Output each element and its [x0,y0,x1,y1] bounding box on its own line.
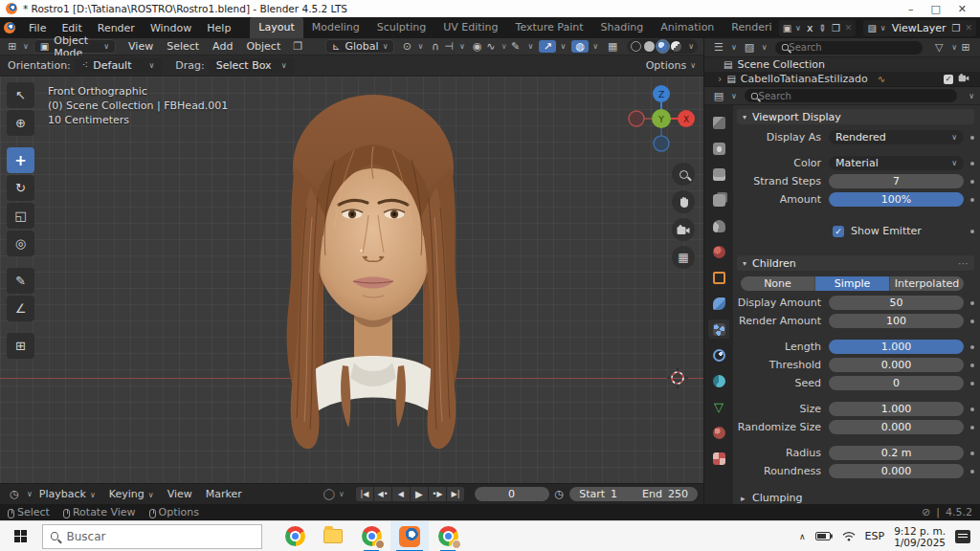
head-model[interactable] [266,91,480,483]
animate-dot[interactable] [970,198,974,202]
hidden-icons-chevron[interactable]: ∧ [799,532,806,541]
select-box-tool[interactable]: ↖ [7,82,34,108]
animate-dot[interactable] [970,426,974,430]
scale-tool[interactable]: ◱ [7,203,34,229]
outliner-row-hair-object[interactable]: › ▤ CabelloTatianaEstilizado ∿ ✓ [704,72,980,86]
workspace-tab-animation[interactable]: Animation [652,17,723,38]
render-amount-field[interactable]: 100 [829,314,964,328]
tab-world[interactable] [708,242,729,261]
viewlayer-name[interactable]: ViewLayer [892,22,947,34]
copy-viewlayer-icon[interactable]: ❐ [951,23,960,33]
frame-range-fields[interactable]: Start 1 End 250 [569,487,698,501]
children-section-header[interactable]: ▾ Children ⋯ [737,255,974,271]
checkbox-icon[interactable]: ✓ [944,75,953,84]
scene-selector[interactable]: ▣∨ x ✎ ❐ ✕ [779,20,857,36]
properties-options-icon[interactable]: ∨ [969,92,974,100]
navigation-gizmo[interactable]: Z X Y [625,82,698,155]
taskbar-chrome-3[interactable] [429,521,467,551]
tab-render[interactable] [708,139,729,158]
play-reverse-button[interactable]: ◀ [392,487,410,501]
snap-magnet-icon[interactable]: ∩ [429,40,442,53]
properties-search-input[interactable] [759,91,952,101]
maximize-button[interactable]: □ [930,3,940,15]
next-keyframe-button[interactable]: •▶ [429,487,446,501]
animate-dot[interactable] [970,180,974,184]
minimize-button[interactable]: – [908,3,914,15]
seed-field[interactable]: 0 [829,376,964,390]
color-dropdown[interactable]: Material∨ [829,156,964,170]
network-offline-icon[interactable]: ⊘ [922,506,930,518]
copy-scene-icon[interactable]: ❐ [832,23,840,33]
timeline-menu-playback[interactable]: Playback∨ [33,486,102,502]
zoom-button[interactable] [672,163,695,186]
transform-orientation-dropdown[interactable]: ⊾ Global ∨ [325,39,394,54]
options-dropdown[interactable]: Options ∨ [646,59,696,72]
menu-view[interactable]: View [122,38,160,55]
outliner-search[interactable] [775,41,923,55]
animate-dot[interactable] [970,301,974,305]
workspace-tab-uvediting[interactable]: UV Editing [434,17,506,38]
viewport-3d[interactable]: Front Orthographic (0) Scene Collection … [0,77,703,483]
outliner-filter-icon[interactable]: ▽ [930,41,947,54]
scene-name[interactable]: x [807,22,813,34]
outliner-search-input[interactable] [789,42,917,53]
camera-view-button[interactable] [672,218,695,241]
notification-center-icon[interactable] [955,530,970,543]
cursor-tool[interactable]: ⊕ [7,110,34,136]
wifi-icon[interactable] [842,531,856,541]
workspace-tab-layout[interactable]: Layout [250,17,302,38]
tab-object[interactable] [708,268,729,287]
menu-window[interactable]: Window [143,19,199,37]
blender-menu-icon[interactable] [4,22,15,33]
render-visibility-camera-icon[interactable] [958,74,969,84]
taskbar-file-explorer[interactable] [314,521,352,551]
outliner-row-scene-collection[interactable]: ▤ Scene Collection [704,57,980,72]
children-mode-interpolated[interactable]: Interpolated [890,276,964,291]
editor-type-button[interactable]: ⊞ [6,40,19,53]
tab-particles[interactable] [708,320,729,339]
pin-icon[interactable]: ✎ [816,21,830,34]
drag-mode-dropdown[interactable]: Select Box ∨ [209,58,295,74]
menu-select[interactable]: Select [160,38,206,55]
menu-add[interactable]: Add [206,38,239,55]
menu-file[interactable]: File [21,19,54,37]
rotate-tool[interactable]: ↻ [7,175,34,201]
add-cube-tool[interactable]: ⊞ [7,333,34,359]
section-options-icon[interactable]: ⋯ [958,257,969,270]
timeline-menu-keying[interactable]: Keying∨ [102,486,161,502]
animate-dot[interactable] [970,470,974,474]
length-slider[interactable]: 1.000 [829,340,964,354]
radius-field[interactable]: 0.2 m [829,446,964,460]
orientation-default-dropdown[interactable]: ⁖ Default ∨ [75,58,163,74]
shading-material-icon[interactable] [657,41,668,52]
taskbar-search[interactable] [42,524,262,549]
measure-tool[interactable]: ∠ [7,296,34,321]
adjust-last-operation-icon[interactable]: ❐ [291,40,304,53]
animate-dot[interactable] [970,364,974,367]
tab-constraints[interactable] [708,371,729,390]
randomize-size-field[interactable]: 0.000 [829,420,964,434]
tab-tool[interactable] [708,113,729,132]
start-value[interactable]: 1 [611,488,617,500]
stopwatch-icon[interactable]: ◷ [555,488,565,500]
snap-target-icon[interactable]: ⊣ [442,40,456,53]
children-mode-simple[interactable]: Simple [815,276,890,291]
pan-hand-button[interactable] [672,190,695,213]
size-field[interactable]: 1.000 [829,402,964,416]
menu-object[interactable]: Object [239,38,287,55]
taskbar-blender[interactable] [390,521,429,551]
animate-dot[interactable] [970,230,974,233]
taskbar-chrome-1[interactable] [276,521,314,551]
shading-solid-icon[interactable] [644,41,655,52]
gizmos-toggle-icon[interactable]: ↗ [539,40,556,53]
end-value[interactable]: 250 [668,488,688,500]
hair-object-label[interactable]: CabelloTatianaEstilizado [741,73,868,85]
properties-editor-type-icon[interactable]: ▤ [710,90,727,102]
timeline-editor-type-icon[interactable]: ◷ [6,488,23,500]
play-button[interactable]: ▶ [411,487,428,501]
mode-dropdown[interactable]: ▣ Object Mode ∨ [33,39,116,54]
expand-arrow-icon[interactable]: › [718,73,722,85]
workspace-tab-sculpting[interactable]: Sculpting [368,17,434,38]
language-indicator[interactable]: ESP [865,530,885,542]
taskbar-search-input[interactable] [66,530,254,543]
